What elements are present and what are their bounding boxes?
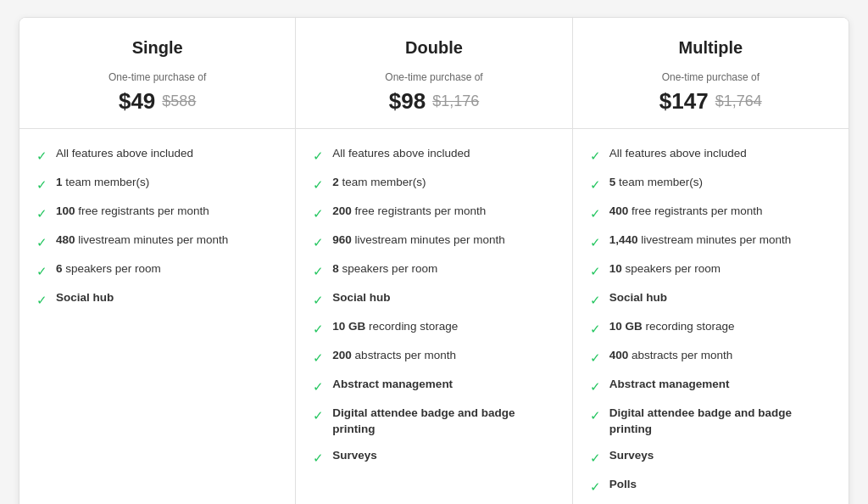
feature-text: 400 free registrants per month (609, 204, 763, 220)
plan-features-multiple: ✓All features above included✓5 team memb… (573, 129, 849, 504)
check-icon: ✓ (590, 291, 601, 309)
feature-item: ✓Digital attendee badge and badge printi… (590, 406, 832, 438)
feature-text: 100 free registrants per month (56, 204, 209, 220)
feature-item: ✓10 GB recording storage (590, 319, 832, 338)
check-icon: ✓ (590, 147, 601, 165)
plan-card-double: DoubleOne-time purchase of$98$1,176✓All … (296, 18, 572, 504)
feature-item: ✓400 abstracts per month (590, 348, 832, 367)
feature-text: 10 speakers per room (609, 261, 721, 277)
feature-item: ✓1 team member(s) (36, 175, 278, 193)
feature-text: 200 free registrants per month (332, 204, 486, 220)
feature-text: Digital attendee badge and badge printin… (609, 406, 832, 438)
feature-text: 960 livestream minutes per month (332, 232, 504, 249)
plan-card-multiple: MultipleOne-time purchase of$147$1,764✓A… (573, 18, 849, 504)
feature-item: ✓All features above included (36, 146, 278, 165)
feature-text: Social hub (609, 290, 667, 306)
feature-item: ✓8 speakers per room (313, 261, 554, 280)
plan-name-single: Single (36, 38, 278, 58)
price-original-double: $1,176 (432, 92, 479, 110)
check-icon: ✓ (590, 262, 601, 280)
feature-item: ✓Social hub (36, 290, 278, 309)
feature-item: ✓Abstract management (313, 377, 554, 395)
feature-item: ✓2 team member(s) (313, 175, 554, 193)
feature-text: Digital attendee badge and badge printin… (332, 406, 554, 438)
feature-text: 480 livestream minutes per month (56, 232, 228, 249)
feature-item: ✓Social hub (313, 290, 554, 309)
check-icon: ✓ (590, 176, 601, 193)
feature-item: ✓960 livestream minutes per month (313, 232, 554, 251)
feature-text: 10 GB recording storage (609, 319, 735, 335)
feature-item: ✓Polls (590, 477, 832, 496)
check-icon: ✓ (590, 478, 601, 496)
feature-item: ✓100 free registrants per month (36, 204, 278, 222)
feature-item: ✓Social hub (590, 290, 832, 309)
feature-text: 10 GB recording storage (332, 319, 458, 335)
feature-item: ✓Surveys (590, 448, 832, 467)
check-icon: ✓ (36, 262, 47, 280)
price-original-single: $588 (162, 92, 196, 110)
feature-item: ✓200 free registrants per month (313, 204, 554, 222)
feature-text: All features above included (56, 146, 193, 162)
feature-item: ✓400 free registrants per month (590, 204, 832, 222)
check-icon: ✓ (36, 233, 47, 251)
feature-item: ✓1,440 livestream minutes per month (590, 232, 832, 251)
price-label-double: One-time purchase of (313, 71, 554, 83)
check-icon: ✓ (36, 291, 47, 309)
feature-text: Social hub (332, 290, 390, 306)
price-row-multiple: $147$1,764 (590, 88, 832, 115)
price-current-single: $49 (119, 88, 155, 115)
plan-header-single: SingleOne-time purchase of$49$588 (19, 18, 295, 129)
feature-text: 1,440 livestream minutes per month (609, 232, 792, 249)
plan-features-double: ✓All features above included✓2 team memb… (296, 129, 571, 504)
check-icon: ✓ (313, 291, 324, 309)
feature-text: Social hub (56, 290, 114, 306)
plan-header-double: DoubleOne-time purchase of$98$1,176 (296, 18, 571, 129)
check-icon: ✓ (313, 349, 324, 367)
price-label-multiple: One-time purchase of (590, 71, 832, 83)
feature-item: ✓5 team member(s) (590, 175, 832, 193)
plan-name-multiple: Multiple (590, 38, 832, 58)
feature-text: 1 team member(s) (56, 175, 149, 191)
check-icon: ✓ (590, 378, 601, 395)
check-icon: ✓ (313, 320, 324, 338)
feature-text: Surveys (332, 448, 377, 464)
plan-features-single: ✓All features above included✓1 team memb… (19, 129, 295, 504)
check-icon: ✓ (313, 204, 324, 222)
price-row-single: $49$588 (36, 88, 278, 115)
price-original-multiple: $1,764 (715, 92, 762, 110)
feature-item: ✓Abstract management (590, 377, 832, 395)
price-label-single: One-time purchase of (36, 71, 278, 83)
feature-text: Abstract management (332, 377, 453, 393)
feature-item: ✓Digital attendee badge and badge printi… (313, 406, 554, 438)
price-current-multiple: $147 (659, 88, 709, 115)
check-icon: ✓ (313, 449, 324, 467)
check-icon: ✓ (313, 378, 324, 395)
feature-item: ✓480 livestream minutes per month (36, 232, 278, 251)
feature-text: 2 team member(s) (332, 175, 426, 191)
price-row-double: $98$1,176 (313, 88, 554, 115)
feature-text: 5 team member(s) (609, 175, 703, 191)
feature-text: 6 speakers per room (56, 261, 161, 277)
feature-text: 200 abstracts per month (332, 348, 456, 364)
check-icon: ✓ (590, 204, 601, 222)
feature-item: ✓10 speakers per room (590, 261, 832, 280)
feature-text: Abstract management (609, 377, 730, 393)
check-icon: ✓ (590, 320, 601, 338)
check-icon: ✓ (313, 147, 324, 165)
check-icon: ✓ (36, 204, 47, 222)
feature-text: Polls (609, 477, 637, 493)
check-icon: ✓ (313, 262, 324, 280)
check-icon: ✓ (590, 406, 601, 424)
feature-text: 400 abstracts per month (609, 348, 733, 364)
plan-card-single: SingleOne-time purchase of$49$588✓All fe… (19, 18, 296, 504)
check-icon: ✓ (36, 147, 47, 165)
feature-text: All features above included (332, 146, 470, 162)
check-icon: ✓ (590, 233, 601, 251)
feature-text: 8 speakers per room (332, 261, 437, 277)
feature-text: All features above included (609, 146, 747, 162)
pricing-cards: SingleOne-time purchase of$49$588✓All fe… (19, 17, 849, 504)
check-icon: ✓ (36, 176, 47, 193)
check-icon: ✓ (313, 233, 324, 251)
plan-header-multiple: MultipleOne-time purchase of$147$1,764 (573, 18, 849, 129)
plan-name-double: Double (313, 38, 554, 58)
